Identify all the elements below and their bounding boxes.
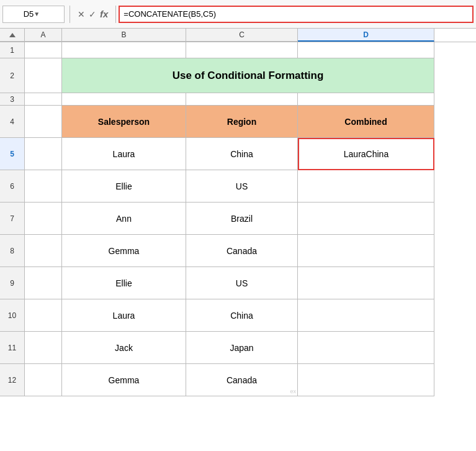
cell-c10[interactable]: China [186, 299, 298, 332]
row-1: 1 [0, 42, 476, 58]
cell-b11[interactable]: Jack [62, 332, 186, 364]
cell-a7[interactable] [25, 203, 62, 235]
spreadsheet: A B C D 1 2 Use of Conditional Formattin… [0, 29, 476, 396]
select-all-triangle [9, 33, 16, 37]
row-header-12[interactable]: 12 [0, 364, 25, 396]
cell-a5[interactable] [25, 138, 62, 170]
cell-d1[interactable] [298, 42, 434, 58]
col-header-d[interactable]: D [298, 29, 434, 42]
cell-a10[interactable] [25, 299, 62, 332]
cell-d10[interactable] [298, 299, 434, 332]
row-header-10[interactable]: 10 [0, 299, 25, 332]
cell-a11[interactable] [25, 332, 62, 364]
row-6: 6 Ellie US [0, 170, 476, 203]
row-header-6[interactable]: 6 [0, 170, 25, 203]
row-header-4[interactable]: 4 [0, 106, 25, 138]
cell-c3[interactable] [186, 93, 298, 106]
cell-b4[interactable]: Salesperson [62, 106, 186, 138]
cell-a4[interactable] [25, 106, 62, 138]
cell-d7[interactable] [298, 203, 434, 235]
cell-a3[interactable] [25, 93, 62, 106]
confirm-icon[interactable]: ✓ [89, 9, 96, 19]
row-header-8[interactable]: 8 [0, 235, 25, 267]
row-header-3[interactable]: 3 [0, 93, 25, 106]
cell-a9[interactable] [25, 267, 62, 299]
row-9: 9 Ellie US [0, 267, 476, 299]
cell-d11[interactable] [298, 332, 434, 364]
cell-a8[interactable] [25, 235, 62, 267]
cell-d5[interactable]: LauraChina [298, 138, 434, 170]
row-11: 11 Jack Japan [0, 332, 476, 364]
cell-d4[interactable]: Combined [298, 106, 434, 138]
column-headers-row: A B C D [0, 29, 476, 42]
cell-a2[interactable] [25, 58, 62, 93]
cell-c1[interactable] [186, 42, 298, 58]
cancel-icon[interactable]: ✕ [78, 9, 85, 19]
divider [70, 6, 70, 23]
cell-c8[interactable]: Canada [186, 235, 298, 267]
cell-b7[interactable]: Ann [62, 203, 186, 235]
cell-reference-box[interactable]: D5 ▼ [2, 6, 65, 23]
row-5: 5 Laura China LauraChina [0, 138, 476, 170]
row-header-11[interactable]: 11 [0, 332, 25, 364]
row-header-2[interactable]: 2 [0, 58, 25, 93]
formula-icons-group: ✕ ✓ fx [73, 9, 113, 19]
cell-a1[interactable] [25, 42, 62, 58]
formula-bar: D5 ▼ ✕ ✓ fx =CONCATENATE(B5,C5) [0, 0, 476, 29]
cell-c7[interactable]: Brazil [186, 203, 298, 235]
row-12: 12 Gemma Canada ex [0, 364, 476, 396]
cell-d9[interactable] [298, 267, 434, 299]
cell-b9[interactable]: Ellie [62, 267, 186, 299]
cell-c11[interactable]: Japan [186, 332, 298, 364]
col-header-c[interactable]: C [186, 29, 298, 42]
cell-b1[interactable] [62, 42, 186, 58]
title-cell: Use of Conditional Formatting [62, 58, 434, 93]
divider2 [115, 6, 116, 23]
cell-d12[interactable] [298, 364, 434, 396]
cell-b5[interactable]: Laura [62, 138, 186, 170]
title-text: Use of Conditional Formatting [173, 70, 324, 82]
formula-text: =CONCATENATE(B5,C5) [123, 9, 216, 19]
cell-d6[interactable] [298, 170, 434, 203]
row-header-9[interactable]: 9 [0, 267, 25, 299]
formula-input[interactable]: =CONCATENATE(B5,C5) [119, 6, 474, 23]
row-3: 3 [0, 93, 476, 106]
cell-b8[interactable]: Gemma [62, 235, 186, 267]
cell-a6[interactable] [25, 170, 62, 203]
col-header-b[interactable]: B [62, 29, 186, 42]
row-header-7[interactable]: 7 [0, 203, 25, 235]
cell-ref-text: D5 [24, 9, 34, 19]
cell-b3[interactable] [62, 93, 186, 106]
row-8: 8 Gemma Canada [0, 235, 476, 267]
cell-b6[interactable]: Ellie [62, 170, 186, 203]
fx-icon[interactable]: fx [100, 9, 108, 19]
cell-c5[interactable]: China [186, 138, 298, 170]
row-10: 10 Laura China [0, 299, 476, 332]
col-header-a[interactable]: A [25, 29, 62, 42]
cell-c12[interactable]: Canada ex [186, 364, 298, 396]
watermark: ex [290, 388, 296, 394]
row-2: 2 Use of Conditional Formatting [0, 58, 476, 93]
cell-c4[interactable]: Region [186, 106, 298, 138]
corner-cell [0, 29, 25, 42]
cell-b12[interactable]: Gemma [62, 364, 186, 396]
row-4: 4 Salesperson Region Combined [0, 106, 476, 138]
row-header-5[interactable]: 5 [0, 138, 25, 170]
cell-c6[interactable]: US [186, 170, 298, 203]
dropdown-arrow-icon[interactable]: ▼ [34, 11, 40, 17]
cell-c9[interactable]: US [186, 267, 298, 299]
cell-d3[interactable] [298, 93, 434, 106]
cell-d8[interactable] [298, 235, 434, 267]
row-7: 7 Ann Brazil [0, 203, 476, 235]
cell-b10[interactable]: Laura [62, 299, 186, 332]
cell-a12[interactable] [25, 364, 62, 396]
row-header-1[interactable]: 1 [0, 42, 25, 58]
